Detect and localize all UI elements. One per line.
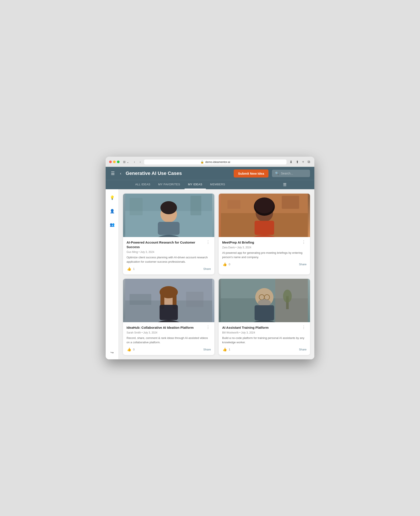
minimize-button[interactable] [113,161,116,163]
card-meta: Zara Davis • July 3, 2024 [222,246,307,249]
like-button[interactable]: 👍 [222,262,227,267]
share-browser-button[interactable]: ⬆ [295,160,300,164]
maximize-button[interactable] [117,161,120,163]
lock-icon: 🔒 [200,160,204,164]
like-section: 👍 1 [222,347,230,352]
bulb-icon[interactable]: 💡 [108,194,116,202]
logout-icon[interactable]: ↪ [109,349,115,356]
like-button[interactable]: 👍 [222,347,227,352]
like-button[interactable]: 👍 [127,266,132,271]
meta-separator: • [239,331,241,334]
like-button[interactable]: 👍 [127,347,132,352]
like-count: 1 [133,267,135,271]
like-section: 👍 0 [127,347,135,352]
card-body: AI Assistant Training Platform ⋮ Bill Wo… [219,322,310,355]
copy-button[interactable]: ⧉ [307,160,311,164]
traffic-lights [109,161,120,163]
tab-bar: ALL IDEAS MY FAVORITES MY IDEAS MEMBERS [132,180,281,189]
new-tab-button[interactable]: + [301,160,305,164]
card-meta: Sarah Smith • July 3, 2024 [127,331,211,334]
share-button[interactable]: Share [203,267,211,271]
address-bar: 🔒 demo.ideamentor.ai [144,160,286,164]
svg-rect-26 [160,305,178,320]
idea-card: AI Assistant Training Platform ⋮ Bill Wo… [219,279,310,355]
idea-card: MeetPrep AI Briefing ⋮ Zara Davis • July… [219,194,310,274]
card-body: IdeaHub: Collaborative AI Ideation Platf… [123,322,214,355]
back-browser-button[interactable]: ‹ [133,159,136,164]
idea-card: AI-Powered Account Research for Customer… [123,194,214,274]
meta-separator: • [235,246,237,249]
card-more-button[interactable]: ⋮ [301,240,307,244]
like-count: 1 [229,348,230,351]
top-nav: ☰ ‹ Generative AI Use Cases Submit New I… [106,167,314,180]
card-author: Sarah Smith [127,331,141,334]
card-body: AI-Powered Account Research for Customer… [123,237,214,274]
sub-nav: ALL IDEAS MY FAVORITES MY IDEAS MEMBERS … [106,180,314,189]
share-button[interactable]: Share [299,263,307,266]
svg-point-4 [160,201,177,214]
card-date: July 3, 2024 [241,331,255,334]
card-header: IdeaHub: Collaborative AI Ideation Platf… [127,325,211,330]
card-image [219,279,310,322]
hamburger-button[interactable]: ☰ [110,170,116,177]
card-more-button[interactable]: ⋮ [301,325,307,329]
app-container: ☰ ‹ Generative AI Use Cases Submit New I… [106,167,314,359]
share-button[interactable]: Share [299,348,307,351]
svg-rect-16 [255,221,274,235]
page-title: Generative AI Use Cases [126,170,230,176]
tab-my-favorites[interactable]: MY FAVORITES [155,180,184,189]
main-content: AI-Powered Account Research for Customer… [119,189,314,359]
card-description: Optimize client success planning with AI… [127,255,211,264]
ideas-grid: AI-Powered Account Research for Customer… [123,194,310,355]
svg-rect-19 [130,294,151,305]
tab-my-ideas[interactable]: MY IDEAS [185,180,206,189]
svg-point-15 [255,198,274,213]
svg-rect-6 [130,198,142,215]
card-description: AI-powered app for generating pre-meetin… [222,251,307,259]
share-button[interactable]: Share [203,348,211,351]
card-image [123,279,214,322]
svg-rect-11 [227,200,240,209]
search-container: 🔍 [272,170,310,177]
card-footer: 👍 1 Share [222,347,307,352]
search-input[interactable] [281,172,307,175]
sidebar: 💡 👤 👥 ↪ [106,189,119,359]
like-section: 👍 1 [127,266,135,271]
like-count: 0 [133,348,135,351]
card-title: MeetPrep AI Briefing [222,240,299,245]
card-description: Build a no-code platform for training pe… [222,336,307,344]
people-icon[interactable]: 👥 [108,221,116,229]
search-icon: 🔍 [275,171,279,175]
tab-members[interactable]: MEMBERS [207,180,229,189]
card-title: AI Assistant Training Platform [222,325,299,330]
card-more-button[interactable]: ⋮ [205,325,211,329]
tab-all-ideas[interactable]: ALL IDEAS [132,180,154,189]
card-date: July 3, 2024 [237,246,251,249]
svg-point-31 [283,290,292,303]
back-app-button[interactable]: ‹ [119,170,122,177]
filter-button[interactable]: ☰ [281,181,288,189]
svg-rect-5 [158,222,180,235]
forward-browser-button[interactable]: › [138,159,142,164]
card-author: Bill Woolworth [222,331,239,334]
meta-separator: • [138,251,140,254]
sidebar-toggle-button[interactable]: ⊞ ⌄ [122,159,130,164]
card-image [123,194,214,237]
close-button[interactable] [109,161,112,163]
person-icon[interactable]: 👤 [108,207,116,215]
card-more-button[interactable]: ⋮ [205,240,211,244]
card-title: IdeaHub: Collaborative AI Ideation Platf… [127,325,203,330]
svg-rect-20 [186,292,203,307]
card-footer: 👍 0 Share [222,262,307,267]
card-author: Zara Davis [222,246,235,249]
card-date: July 3, 2024 [143,331,158,334]
card-footer: 👍 1 Share [127,266,211,271]
submit-new-idea-button[interactable]: Submit New Idea [234,170,269,177]
card-meta: Bill Woolworth • July 3, 2024 [222,331,307,334]
download-button[interactable]: ⬇ [289,160,293,164]
card-footer: 👍 0 Share [127,347,211,352]
card-date: July 3, 2024 [140,251,154,254]
card-author: Guo Ming [127,251,138,254]
svg-rect-38 [255,305,274,320]
meta-separator: • [142,331,143,334]
